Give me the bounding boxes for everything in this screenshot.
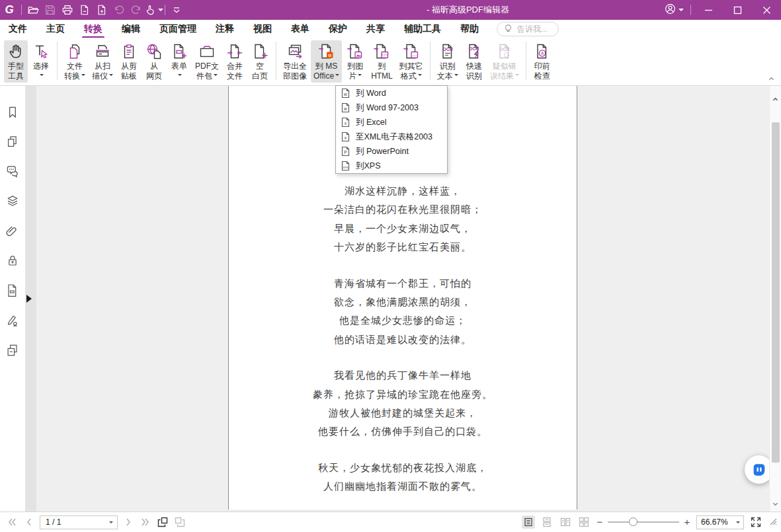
titlebar: G - 福昕高级PDF编辑器 [0, 0, 781, 20]
toolbar-combine-files-button[interactable]: 合并文件 [223, 40, 247, 83]
next-page-button[interactable] [122, 515, 135, 529]
undo-icon [113, 4, 125, 16]
zoom-out-button[interactable]: − [596, 518, 604, 526]
tab-accessibility[interactable]: 辅助工具 [403, 22, 442, 36]
fullscreen-button[interactable] [749, 515, 762, 529]
dropdown-caret-icon [81, 74, 85, 78]
zoom-in-button[interactable]: + [683, 518, 691, 526]
scroll-down-button[interactable] [770, 498, 781, 509]
menu-item-label: 至XML电子表格2003 [356, 132, 432, 143]
menu-item-to-xps[interactable]: XPS到XPS [336, 159, 447, 173]
page-number-box[interactable]: 1 / 1 [40, 515, 118, 529]
previous-page-button[interactable] [22, 515, 36, 529]
toolbar-pdf-portfolio-button[interactable]: PDF文件包 [192, 40, 222, 83]
maximize-button[interactable] [723, 0, 752, 20]
tab-file[interactable]: 文件 [8, 22, 28, 36]
tab-help[interactable]: 帮助 [460, 22, 479, 36]
toolbar-group: 导出全部图像o到 MSOffice到图片</>到HTML...到其它格式 [280, 40, 427, 83]
toolbar-to-ms-office-button[interactable]: o到 MSOffice [311, 40, 342, 83]
scanner-icon [93, 42, 112, 61]
titlebar-divider [165, 5, 165, 15]
menu-item-to-word-97-2003[interactable]: w到 Word 97-2003 [336, 100, 447, 115]
sidebar-panel-comments-button[interactable] [5, 164, 21, 180]
tab-organize[interactable]: 页面管理 [159, 22, 197, 36]
zoom-slider-track[interactable] [608, 521, 679, 523]
close-button[interactable] [752, 0, 781, 20]
ai-assistant-icon [751, 461, 768, 478]
sidebar-panel-pages-button[interactable] [5, 134, 21, 150]
lightbulb-icon [503, 23, 514, 34]
panel-expand-handle[interactable] [26, 293, 34, 304]
tab-share[interactable]: 共享 [366, 22, 386, 36]
sidebar-panel-attachments-button[interactable] [5, 223, 21, 239]
toolbar-export-all-images-button[interactable]: 导出全部图像 [280, 40, 309, 83]
menu-item-to-excel[interactable]: x到 Excel [336, 115, 447, 130]
toolbar-ocr-quick-button[interactable]: OCR快速识别 [462, 40, 486, 83]
sidebar-panel-layers-button[interactable] [5, 194, 21, 209]
toolbar-select-tool-button[interactable]: 选择 [29, 40, 53, 83]
next-view-button[interactable] [173, 515, 186, 529]
toolbar-convert-file-button[interactable]: 文件转换 [62, 40, 88, 83]
sidebar-panel-bookmarks-button[interactable] [5, 104, 21, 120]
print-button[interactable] [59, 2, 76, 18]
toolbar-button-label [38, 71, 44, 81]
resize-grip[interactable] [769, 516, 777, 528]
toolbar-preflight-button[interactable]: A印前检查 [530, 40, 554, 83]
toolbar-hand-tool-button[interactable]: 手型工具 [4, 40, 28, 83]
toolbar-button-label: 描仪 [92, 71, 113, 81]
file-word-icon: w [341, 88, 350, 98]
toolbar-button-label: 快速 [466, 61, 482, 71]
continuous-facing-view-button[interactable] [577, 515, 591, 529]
ribbon-tab-row: 文件主页转换编辑页面管理注释视图表单保护共享辅助工具帮助 [0, 20, 781, 38]
scroll-up-button[interactable] [770, 94, 781, 104]
toolbar-blank-page-button[interactable]: 空白页 [248, 40, 272, 83]
scrollbar-thumb[interactable] [772, 122, 780, 463]
tab-view[interactable]: 视图 [253, 22, 272, 36]
zoom-level-box[interactable]: 66.67% [696, 515, 744, 529]
open-icon [27, 4, 39, 16]
tab-home[interactable]: 主页 [46, 22, 65, 36]
to-image-icon [346, 42, 364, 61]
single-page-view-button[interactable] [522, 515, 535, 529]
vertical-scrollbar[interactable] [769, 86, 781, 512]
tab-edit[interactable]: 编辑 [121, 22, 141, 36]
first-page-button[interactable] [5, 515, 19, 529]
toolbar-from-clipboard-button[interactable]: 从剪贴板 [117, 40, 141, 83]
customize-quick-access-button[interactable] [168, 2, 185, 18]
tab-convert[interactable]: 转换 [83, 22, 103, 36]
touch-mode-button[interactable] [145, 2, 162, 18]
toolbar-to-image-button[interactable]: 到图片 [343, 40, 367, 83]
menu-item-to-powerpoint[interactable]: P到 PowerPoint [336, 144, 447, 159]
insert-page-button[interactable] [93, 2, 110, 18]
toolbar-from-webpage-button[interactable]: 从网页 [142, 40, 166, 83]
application-window: G - 福昕高级PDF编辑器 [0, 0, 781, 532]
previous-view-button[interactable] [156, 515, 169, 529]
toolbar-ocr-recognize-text-button[interactable]: OCR识别文本 [434, 40, 461, 83]
toolbar-from-scanner-button[interactable]: 从扫描仪 [89, 40, 116, 83]
account-button[interactable] [664, 3, 684, 18]
tab-protect[interactable]: 保护 [328, 22, 348, 36]
toolbar-to-html-button[interactable]: </>到HTML [368, 40, 395, 83]
sidebar-panel-linked-files-button[interactable] [5, 342, 21, 358]
tab-comment[interactable]: 注释 [215, 22, 235, 36]
open-button[interactable] [24, 2, 42, 18]
minimize-button[interactable] [694, 0, 723, 20]
sidebar-panel-fields-button[interactable] [5, 283, 21, 299]
collapse-ribbon-button[interactable] [765, 74, 777, 83]
toolbar-button-label: 到 MS [315, 61, 337, 71]
tab-form[interactable]: 表单 [290, 22, 310, 36]
sidebar-panel-security-button[interactable] [5, 253, 21, 269]
toolbar-form-create-button[interactable]: 表单 [167, 40, 191, 83]
toolbar-to-other-format-button[interactable]: ...到其它格式 [397, 40, 426, 83]
view-controls: − + 66.67% [522, 515, 778, 529]
tell-me-input[interactable] [517, 24, 557, 34]
menu-item-to-word[interactable]: w到 Word [336, 86, 447, 100]
zoom-slider-knob[interactable] [629, 517, 637, 526]
sidebar-panel-signatures-button[interactable] [5, 313, 21, 328]
last-page-button[interactable] [139, 515, 152, 529]
facing-view-button[interactable] [559, 515, 572, 529]
tell-me-box[interactable] [497, 22, 559, 36]
menu-item-to-xml-spreadsheet-2003[interactable]: x至XML电子表格2003 [336, 130, 447, 144]
continuous-view-button[interactable] [540, 515, 554, 529]
extract-page-button[interactable] [76, 2, 93, 18]
